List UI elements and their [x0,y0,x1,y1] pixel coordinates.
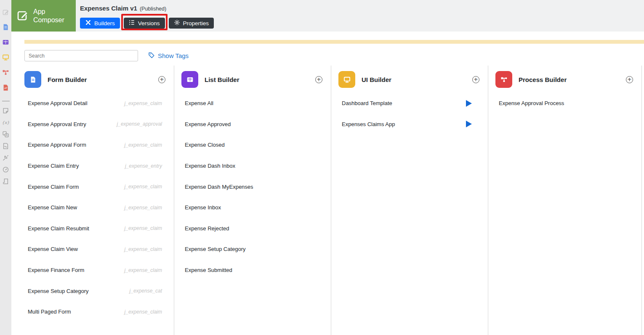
builder-columns: Form Builder + Expense Approval Detailj_… [17,66,644,335]
show-tags-label: Show Tags [158,52,189,59]
builder-item[interactable]: Expense Approval Process [495,93,633,114]
builder-item[interactable]: Expense All [181,93,322,114]
left-icon-rail: {x}A [0,0,11,335]
builder-item-label[interactable]: Expense Dash MyExpenses [185,184,253,190]
builder-item-label[interactable]: Expense Approval Entry [28,121,86,127]
builder-item[interactable]: Expense Approval Entryj_expense_approval [24,114,165,135]
properties-tab[interactable]: Properties [169,18,214,29]
builder-item[interactable]: Expense Claim Newj_expense_claim [24,197,165,218]
plugin-icon[interactable] [2,154,9,161]
builder-item-table-tag: j_expense_claim [125,225,165,231]
logo-text: App Composer [33,8,64,24]
add-ui-button[interactable]: + [472,76,479,83]
builder-item[interactable]: Expense Setup Categoryj_expense_cat [24,280,165,301]
builder-item-table-tag: j_expense_claim [125,267,165,273]
builder-item[interactable]: Expense Submitted [181,260,322,281]
performance-icon[interactable] [2,166,9,173]
form-builder-column: Form Builder + Expense Approval Detailj_… [17,66,174,335]
builder-item[interactable]: Expense Finance Formj_expense_claim [24,260,165,281]
edit-square-icon [16,9,29,23]
process-builder-title: Process Builder [519,76,626,83]
versions-tab[interactable]: Versions [124,18,165,29]
builder-item[interactable]: Multi Paged Formj_expense_claim [24,301,165,322]
builder-item[interactable]: Expense Approval Detailj_expense_claim [24,93,165,114]
builder-item-label[interactable]: Dashboard Template [342,100,392,106]
localization-icon[interactable]: A [2,131,9,138]
builder-item-label[interactable]: Multi Paged Form [28,309,71,315]
builder-item-label[interactable]: Expense Claim View [28,246,78,252]
notes-icon[interactable] [2,107,9,114]
add-process-button[interactable]: + [626,76,633,83]
show-tags-link[interactable]: Show Tags [148,52,189,60]
app-status-badge: (Published) [140,6,166,12]
builder-item[interactable]: Expense Approval Formj_expense_claim [24,135,165,156]
builder-item-table-tag: j_expense_claim [125,205,165,211]
builder-item[interactable]: Expense Rejected [181,218,322,239]
yellow-accent-bar [24,40,644,44]
builder-item-label[interactable]: Expense Rejected [185,225,229,232]
builder-item-label[interactable]: Expense Claim Entry [28,163,79,169]
builder-item[interactable]: Expense Claim Resubmitj_expense_claim [24,218,165,239]
builder-item[interactable]: Expense Setup Category [181,239,322,260]
builder-item[interactable]: Expense Inbox [181,197,322,218]
builder-item-label[interactable]: Expense Claim New [28,204,77,211]
builder-item[interactable]: Expense Dash MyExpenses [181,176,322,197]
builder-item-label[interactable]: Expense Claim Resubmit [28,225,89,232]
log-document-icon[interactable] [2,142,9,150]
builder-item[interactable]: Expense Claim Formj_expense_claim [24,176,165,197]
add-form-button[interactable]: + [158,76,165,83]
ui-builder-icon[interactable] [2,54,9,61]
builder-item-label[interactable]: Expense Dash Inbox [185,163,235,169]
process-builder-icon[interactable] [2,69,9,76]
builder-item-label[interactable]: Expense Setup Category [28,288,89,294]
builder-item-label[interactable]: Expense Inbox [185,204,221,211]
builder-item-label[interactable]: Expense Approved [185,121,231,127]
builder-item-label[interactable]: Expense Finance Form [28,267,84,273]
ui-builder-title: UI Builder [362,76,472,83]
builder-item[interactable]: Expense Claim Viewj_expense_claim [24,239,165,260]
builders-tab[interactable]: Builders [80,18,120,29]
builder-item-label[interactable]: Expense Closed [185,142,225,148]
builder-item[interactable]: Expense Dash Inbox [181,156,322,177]
run-icon[interactable] [466,121,472,127]
search-input[interactable] [24,50,138,61]
versions-tab-label: Versions [138,20,160,26]
builder-item-label[interactable]: Expense Claim Form [28,184,79,190]
builder-item-label[interactable]: Expense All [185,100,213,106]
variables-icon[interactable]: {x} [2,119,9,126]
builder-item-label[interactable]: Expense Approval Detail [28,100,88,106]
scroll-icon[interactable] [2,178,9,185]
form-builder-icon [24,71,41,88]
form-builder-title: Form Builder [48,76,158,83]
app-composer-logo: App Composer [11,0,76,32]
builder-item-label[interactable]: Expense Approval Process [499,100,564,106]
builder-item-label[interactable]: Expense Submitted [185,267,232,273]
builder-item[interactable]: Expenses Claims App [338,114,479,135]
svg-text:A: A [6,134,8,137]
builder-item-label[interactable]: Expense Setup Category [185,246,246,252]
edit-pencil-icon[interactable] [2,8,9,16]
builder-item-table-tag: j_expense_cat [130,288,165,294]
builder-item-table-tag: j_expense_approval [117,121,165,127]
list-builder-icon[interactable] [2,39,9,46]
builders-tab-label: Builders [94,20,115,26]
process-builder-column: Process Builder + Expense Approval Proce… [488,66,642,335]
list-builder-title: List Builder [205,76,315,83]
builder-item-table-tag: j_expense_entry [125,163,165,169]
add-list-button[interactable]: + [315,76,322,83]
ui-builder-icon [338,71,355,88]
builder-item[interactable]: Expense Closed [181,135,322,156]
report-builder-icon[interactable] [2,84,9,91]
builder-item[interactable]: Expense Approved [181,114,322,135]
builder-item-label[interactable]: Expenses Claims App [342,121,395,127]
run-icon[interactable] [466,100,472,107]
form-builder-icon[interactable] [2,24,9,31]
builder-item-table-tag: j_expense_claim [125,246,165,252]
builder-item-label[interactable]: Expense Approval Form [28,142,86,148]
builder-item[interactable]: Expense Claim Entryj_expense_entry [24,156,165,177]
properties-tab-label: Properties [183,20,209,26]
builder-item[interactable]: Dashboard Template [338,93,479,114]
sidebar-divider [2,101,10,101]
list-builder-column: List Builder + Expense AllExpense Approv… [174,66,331,335]
list-builder-icon [181,71,198,88]
